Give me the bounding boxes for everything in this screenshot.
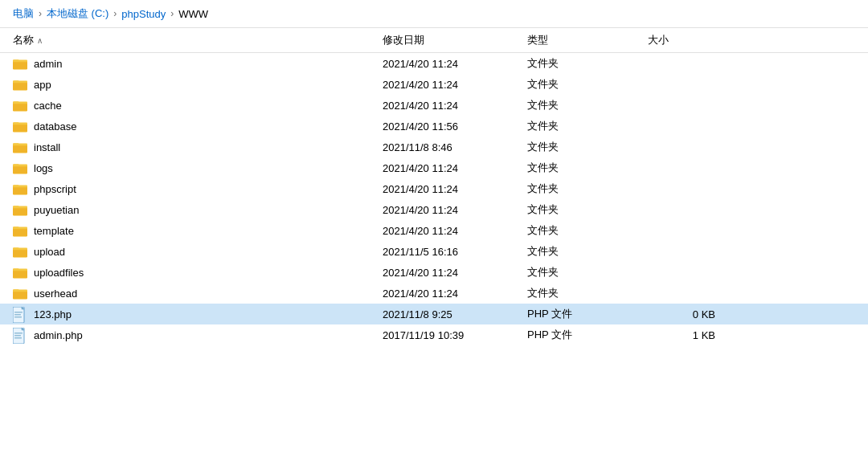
file-name-cell: template — [13, 224, 383, 237]
file-name: logs — [34, 162, 53, 174]
svg-rect-25 — [14, 312, 23, 313]
file-name-cell: logs — [13, 161, 383, 174]
table-row[interactable]: uploadfiles 2021/4/20 11:24 文件夹 — [0, 262, 868, 283]
file-name: userhead — [34, 288, 77, 300]
file-name: admin.php — [34, 329, 83, 341]
file-date: 2021/11/8 8:46 — [383, 141, 527, 153]
file-type: PHP 文件 — [527, 307, 648, 321]
svg-rect-27 — [14, 316, 22, 318]
file-name: cache — [34, 100, 62, 112]
col-header-date[interactable]: 修改日期 — [383, 33, 527, 47]
file-date: 2021/4/20 11:24 — [383, 183, 527, 195]
folder-icon — [13, 224, 27, 237]
file-date: 2021/4/20 11:24 — [383, 58, 527, 70]
file-name: install — [34, 141, 60, 153]
breadcrumb-www: WWW — [178, 8, 208, 20]
table-row[interactable]: admin.php 2017/11/19 10:39 PHP 文件 1 KB — [0, 324, 868, 345]
folder-icon — [13, 78, 27, 91]
col-header-size[interactable]: 大小 — [648, 33, 728, 47]
col-header-name[interactable]: 名称 ∧ — [13, 33, 383, 47]
col-header-type[interactable]: 类型 — [527, 33, 648, 47]
table-row[interactable]: upload 2021/11/5 16:16 文件夹 — [0, 241, 868, 262]
file-date: 2021/4/20 11:24 — [383, 162, 527, 174]
breadcrumb-phpstudy[interactable]: phpStudy — [121, 8, 166, 20]
file-name-cell: install — [13, 141, 383, 153]
svg-rect-31 — [14, 337, 22, 339]
table-row[interactable]: template 2021/4/20 11:24 文件夹 — [0, 220, 868, 241]
file-date: 2021/4/20 11:24 — [383, 288, 527, 300]
file-name: app — [34, 79, 51, 91]
php-file-icon — [13, 328, 27, 342]
file-name: template — [34, 225, 74, 237]
file-date: 2021/4/20 11:56 — [383, 120, 527, 133]
file-list: admin 2021/4/20 11:24 文件夹 app 2021/4/20 — [0, 53, 868, 345]
file-date: 2017/11/19 10:39 — [383, 329, 527, 341]
table-row[interactable]: app 2021/4/20 11:24 文件夹 — [0, 74, 868, 95]
file-name-cell: cache — [13, 99, 383, 112]
sort-arrow-icon: ∧ — [37, 36, 43, 45]
file-date: 2021/11/8 9:25 — [383, 308, 527, 320]
table-row[interactable]: admin 2021/4/20 11:24 文件夹 — [0, 53, 868, 74]
table-row[interactable]: cache 2021/4/20 11:24 文件夹 — [0, 95, 868, 116]
folder-icon — [13, 141, 27, 153]
file-name: puyuetian — [34, 204, 79, 216]
svg-rect-26 — [14, 314, 21, 316]
file-explorer: 名称 ∧ 修改日期 类型 大小 admin 2021/4/20 11:24 — [0, 28, 868, 452]
folder-icon — [13, 120, 27, 133]
svg-rect-30 — [14, 335, 21, 337]
file-name: uploadfiles — [34, 267, 84, 279]
file-type: 文件夹 — [527, 161, 648, 175]
folder-icon — [13, 287, 27, 300]
folder-icon — [13, 57, 27, 70]
breadcrumb-pc[interactable]: 电脑 — [13, 6, 34, 21]
folder-icon — [13, 99, 27, 112]
file-type: 文件夹 — [527, 286, 648, 300]
table-row[interactable]: puyuetian 2021/4/20 11:24 文件夹 — [0, 199, 868, 220]
file-name-cell: 123.php — [13, 307, 383, 321]
file-type: 文件夹 — [527, 182, 648, 196]
file-name: upload — [34, 246, 65, 258]
breadcrumb-sep-1: › — [39, 8, 42, 19]
folder-icon — [13, 182, 27, 195]
file-type: PHP 文件 — [527, 328, 648, 342]
table-row[interactable]: install 2021/11/8 8:46 文件夹 — [0, 137, 868, 157]
table-row[interactable]: 123.php 2021/11/8 9:25 PHP 文件 0 KB — [0, 304, 868, 324]
table-row[interactable]: userhead 2021/4/20 11:24 文件夹 — [0, 283, 868, 304]
breadcrumb-sep-3: › — [170, 8, 174, 19]
php-file-icon — [13, 307, 27, 321]
file-name-cell: phpscript — [13, 182, 383, 195]
file-type: 文件夹 — [527, 140, 648, 154]
file-date: 2021/4/20 11:24 — [383, 100, 527, 112]
file-size: 1 KB — [648, 329, 728, 341]
file-name-cell: admin — [13, 57, 383, 70]
file-name-cell: userhead — [13, 287, 383, 300]
file-name: database — [34, 120, 77, 133]
file-type: 文件夹 — [527, 98, 648, 112]
file-name: 123.php — [34, 308, 72, 320]
folder-icon — [13, 266, 27, 279]
file-type: 文件夹 — [527, 56, 648, 71]
file-type: 文件夹 — [527, 265, 648, 280]
file-name-cell: upload — [13, 245, 383, 258]
file-type: 文件夹 — [527, 202, 648, 217]
folder-icon — [13, 203, 27, 216]
table-row[interactable]: database 2021/4/20 11:56 文件夹 — [0, 116, 868, 137]
svg-rect-29 — [14, 333, 23, 334]
file-name-cell: database — [13, 120, 383, 133]
breadcrumb-c[interactable]: 本地磁盘 (C:) — [47, 6, 108, 21]
file-date: 2021/4/20 11:24 — [383, 225, 527, 237]
file-date: 2021/11/5 16:16 — [383, 246, 527, 258]
file-date: 2021/4/20 11:24 — [383, 79, 527, 91]
file-name: phpscript — [34, 183, 76, 195]
file-name-cell: uploadfiles — [13, 266, 383, 279]
file-name-cell: admin.php — [13, 328, 383, 342]
table-header: 名称 ∧ 修改日期 类型 大小 — [0, 28, 868, 53]
file-size: 0 KB — [648, 308, 728, 320]
file-type: 文件夹 — [527, 119, 648, 133]
table-row[interactable]: logs 2021/4/20 11:24 文件夹 — [0, 157, 868, 178]
breadcrumb: 电脑 › 本地磁盘 (C:) › phpStudy › WWW — [0, 0, 868, 28]
table-row[interactable]: phpscript 2021/4/20 11:24 文件夹 — [0, 178, 868, 199]
file-type: 文件夹 — [527, 244, 648, 259]
file-name-cell: app — [13, 78, 383, 91]
folder-icon — [13, 245, 27, 258]
